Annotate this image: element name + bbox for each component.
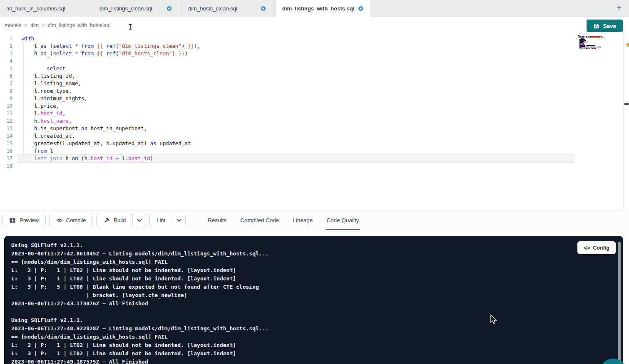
compile-button[interactable]: </>Compile — [50, 214, 92, 227]
token-plain: (h. — [78, 155, 90, 161]
token-plain: l. — [22, 110, 40, 116]
code-line-6[interactable]: l.listing_id, — [17, 72, 574, 80]
code-line-8[interactable]: l.room_type, — [17, 87, 574, 95]
minimap-row — [578, 49, 608, 50]
token-str: "dim_listings_clean" — [119, 43, 181, 49]
code-line-5[interactable]: select — [17, 65, 574, 72]
code-line-9[interactable]: l.minimum_nights, — [17, 95, 574, 102]
terminal-line: L: 3 | P: 5 | LT08 | Blank line expected… — [11, 283, 623, 291]
lint-dropdown-chevron-icon[interactable] — [172, 214, 185, 227]
terminal-line: Using SQLFluff v2.1.1. — [11, 241, 623, 250]
line-number: 1 — [0, 35, 17, 42]
token-plain: l.created_at, — [22, 133, 75, 139]
terminal-line: == [models/dim/dim_listings_with_hosts.s… — [11, 258, 623, 266]
line-number: 10 — [0, 102, 17, 110]
save-button-label: Save — [603, 23, 616, 29]
save-button[interactable]: Save — [587, 20, 623, 32]
text-cursor-artifact — [130, 24, 131, 30]
unsaved-changes-dot-icon[interactable] — [261, 6, 266, 11]
code-line-18[interactable] — [17, 162, 574, 170]
token-plain: host_is_superhost, — [87, 125, 147, 131]
line-number: 11 — [0, 110, 17, 117]
line-number: 18 — [0, 162, 17, 170]
line-number: 8 — [0, 87, 17, 95]
breadcrumb-item-file[interactable]: dim_listings_with_hosts.sql — [48, 22, 111, 28]
code-line-16[interactable]: from l — [17, 147, 574, 155]
editor-tab-no_nulls_in_columns-sql[interactable]: no_nulls_in_columns.sql — [0, 0, 93, 17]
token-mag: host_id — [91, 155, 113, 161]
code-line-4[interactable] — [17, 57, 574, 65]
build-button[interactable]: Build — [97, 214, 132, 227]
token-kw: from — [34, 148, 47, 154]
line-number: 16 — [0, 147, 17, 155]
code-line-12[interactable]: h.host_name, — [17, 117, 574, 125]
code-lines[interactable]: with l as (select * from {{ ref("dim_lis… — [17, 35, 574, 170]
code-line-3[interactable]: h as (select * from {{ ref("dim_hosts_cl… — [17, 50, 574, 57]
code-line-1[interactable]: with — [17, 35, 574, 42]
terminal-scrollbar-thumb[interactable] — [618, 242, 621, 364]
token-plain: updated_at — [157, 140, 191, 146]
token-star: * — [75, 43, 78, 49]
line-number: 5 — [0, 65, 17, 72]
terminal-line: 2023-06-06T11:27:48.922828Z – Linting mo… — [11, 324, 623, 333]
panel-tab-code-quality[interactable]: Code Quality — [326, 210, 359, 230]
lint-output-terminal[interactable]: Using SQLFluff v2.1.1.2023-06-06T11:27:4… — [4, 236, 623, 364]
terminal-line: L: 3 | P: 1 | LT02 | Line should not be … — [11, 275, 623, 283]
token-plain — [78, 43, 82, 49]
token-kw: as — [40, 43, 47, 49]
code-line-11[interactable]: l.host_id, — [17, 110, 574, 117]
minimap[interactable] — [578, 35, 608, 50]
compile-code-icon: </> — [56, 218, 62, 223]
token-mag: host_id — [128, 155, 150, 161]
token-plain — [94, 50, 97, 57]
panel-tab-label: Compiled Code — [240, 217, 279, 223]
token-plain: l.listing_name, — [22, 80, 81, 87]
code-line-13[interactable]: h.is_superhost as host_is_superhost, — [17, 125, 574, 132]
sql-code-editor[interactable]: 123456789101112131415161718 with l as (s… — [0, 33, 629, 210]
breadcrumb-item-dim[interactable]: dim — [30, 22, 39, 28]
code-line-17[interactable]: left join h on (h.host_id = l.host_id) — [17, 155, 574, 162]
token-kw: on — [72, 155, 78, 161]
new-tab-button[interactable]: + — [613, 2, 625, 14]
code-line-7[interactable]: l.listing_name, — [17, 80, 574, 87]
terminal-line: L: 2 | P: 1 | LT02 | Line should not be … — [11, 266, 623, 275]
panel-tab-results[interactable]: Results — [208, 210, 226, 230]
ide-window: no_nulls_in_columns.sqldim_listings_clea… — [0, 0, 629, 364]
button-label: Preview — [20, 217, 39, 223]
panel-tab-compiled-code[interactable]: Compiled Code — [240, 210, 279, 230]
lint-config-button[interactable]: </> Config — [577, 241, 616, 254]
panel-tab-lineage[interactable]: Lineage — [293, 210, 313, 230]
tab-label: no_nulls_in_columns.sql — [6, 5, 65, 12]
editor-tab-dim_listings_with_hosts-sql[interactable]: dim_listings_with_hosts.sql — [276, 0, 370, 17]
token-plain: ), — [194, 43, 200, 49]
terminal-line: 2023-06-06T11:27:49.187575Z – All Finish… — [11, 358, 623, 364]
code-line-15[interactable]: greatest(l.updated_at, h.updated_at) as … — [17, 140, 574, 147]
unsaved-changes-dot-icon[interactable] — [167, 6, 172, 11]
line-number: 6 — [0, 72, 17, 80]
preview-button[interactable]: Preview — [2, 214, 45, 227]
breadcrumb-item-models[interactable]: models — [5, 22, 21, 28]
code-line-10[interactable]: l.price, — [17, 102, 574, 110]
code-line-2[interactable]: l as (select * from {{ ref("dim_listings… — [17, 42, 574, 50]
config-button-label: Config — [593, 245, 609, 251]
code-line-14[interactable]: l.created_at, — [17, 132, 574, 140]
compile-button-group: </>Compile — [49, 214, 93, 227]
editor-scrollbar-thumb[interactable] — [624, 103, 629, 105]
token-plain: l. — [119, 155, 128, 161]
token-kw: select — [47, 65, 65, 72]
token-mag: host_id — [40, 110, 62, 116]
breadcrumb-chevron-icon: > — [24, 22, 27, 28]
editor-tab-dim_listings_clean-sql[interactable]: dim_listings_clean.sql — [93, 0, 182, 17]
unsaved-changes-dot-icon[interactable] — [358, 6, 363, 11]
editor-scrollbar[interactable] — [623, 33, 629, 210]
line-number: 13 — [0, 125, 17, 132]
line-number: 17 — [0, 155, 17, 162]
lint-button[interactable]: Lint — [150, 214, 172, 227]
token-plain: l.minimum_nights, — [22, 95, 87, 102]
build-dropdown-chevron-icon[interactable] — [132, 214, 146, 227]
mouse-cursor — [490, 314, 498, 327]
editor-tab-dim_hosts_clean-sql[interactable]: dim_hosts_clean.sql — [182, 0, 276, 17]
token-plain: greatest(l.updated_at, h.updated_at) — [22, 140, 150, 146]
file-tab-bar: no_nulls_in_columns.sqldim_listings_clea… — [0, 0, 629, 17]
token-plain: , — [69, 118, 72, 124]
